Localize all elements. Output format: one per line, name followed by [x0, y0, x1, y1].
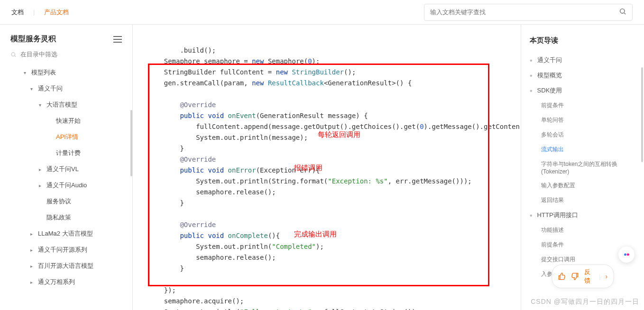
- toc-item[interactable]: •通义千问: [530, 53, 635, 68]
- nav-tree: ▾模型列表▾通义千问▾大语言模型快速开始API详情计量计费▸通义千问VL▸通义千…: [0, 64, 132, 310]
- content-area: .build(); Semaphore semaphore = new Sema…: [133, 25, 521, 310]
- svg-point-0: [620, 9, 625, 13]
- caret-icon: ▸: [30, 231, 34, 237]
- svg-point-4: [624, 254, 626, 256]
- assistant-floating-button[interactable]: [618, 246, 635, 263]
- feedback-divider: |: [599, 273, 600, 280]
- sidebar-item-label: 计量计费: [56, 149, 81, 157]
- svg-line-3: [15, 55, 16, 56]
- sidebar-item[interactable]: ▸百川开源大语言模型: [10, 258, 129, 274]
- sidebar-item[interactable]: 服务协议: [10, 193, 129, 210]
- feedback-label: 反馈: [584, 268, 594, 285]
- watermark: CSDN @写做四月一日的四月一日: [531, 298, 639, 306]
- toc-item[interactable]: 流式输出: [530, 142, 635, 157]
- annotation-label-2: 报错调用: [294, 162, 322, 173]
- svg-point-2: [11, 52, 15, 55]
- caret-icon: ▾: [24, 70, 28, 75]
- toc-item[interactable]: •模型概览: [530, 68, 635, 83]
- toc-item-label: 返回结果: [541, 196, 564, 204]
- topbar: 文档 | 产品文档: [0, 0, 644, 25]
- search-icon[interactable]: [619, 8, 626, 17]
- caret-icon: ▸: [30, 264, 34, 269]
- sidebar-item-label: 隐私政策: [46, 213, 71, 222]
- sidebar-item-label: 通义千问开源系列: [38, 246, 87, 254]
- sidebar: 模型服务灵积 ▾模型列表▾通义千问▾大语言模型快速开始API详情计量计费▸通义千…: [0, 25, 133, 310]
- nav-product-doc[interactable]: 产品文档: [44, 8, 69, 17]
- toc-item[interactable]: 功能描述: [530, 223, 635, 237]
- toc-item-label: 前提条件: [541, 101, 564, 109]
- sidebar-item[interactable]: 计量计费: [10, 145, 129, 161]
- toc-item-label: 流式输出: [541, 146, 564, 154]
- toc-title: 本页导读: [530, 36, 635, 45]
- caret-icon: ▸: [30, 247, 34, 253]
- svg-line-1: [624, 13, 626, 14]
- caret-icon: ▾: [30, 86, 34, 91]
- sidebar-item-label: 通义千问: [38, 84, 63, 93]
- bullet-icon: •: [530, 72, 533, 80]
- toc-item-label: 单轮问答: [541, 116, 564, 124]
- sidebar-item[interactable]: ▸通义千问开源系列: [10, 242, 129, 258]
- sidebar-item[interactable]: 隐私政策: [10, 210, 129, 226]
- thumbs-up-icon[interactable]: [558, 271, 566, 282]
- sidebar-item-label: 模型列表: [31, 68, 56, 77]
- sidebar-item[interactable]: ▸通义千问Audio: [10, 177, 129, 193]
- sidebar-scrollbar[interactable]: [130, 110, 132, 176]
- global-search[interactable]: [424, 4, 633, 21]
- sidebar-item-label: 通义千问Audio: [46, 181, 87, 190]
- sidebar-item[interactable]: ▾大语言模型: [10, 97, 129, 113]
- toc-item[interactable]: 输入参数配置: [530, 178, 635, 193]
- toc-item[interactable]: 多轮会话: [530, 128, 635, 142]
- toc-item-label: 多轮会话: [541, 131, 564, 139]
- sidebar-item[interactable]: ▾模型列表: [10, 64, 129, 81]
- toc-item[interactable]: 单轮问答: [530, 113, 635, 128]
- caret-icon: ▸: [39, 167, 43, 172]
- annotation-box: [148, 64, 489, 286]
- bullet-icon: •: [530, 57, 533, 64]
- toc-item-label: 模型概览: [537, 71, 562, 80]
- sidebar-item[interactable]: API详情: [10, 129, 129, 145]
- sidebar-item-label: API详情: [56, 133, 78, 141]
- sidebar-item-label: 快速开始: [56, 117, 81, 125]
- chevron-right-icon[interactable]: ›: [605, 273, 607, 280]
- toc-item[interactable]: 字符串与token之间的互相转换 (Tokenizer): [530, 157, 635, 178]
- bullet-icon: •: [530, 87, 533, 95]
- sidebar-item[interactable]: 快速开始: [10, 113, 129, 129]
- sidebar-item-label: 通义千问VL: [46, 165, 79, 173]
- sidebar-filter[interactable]: [0, 51, 132, 64]
- sidebar-title: 模型服务灵积: [10, 34, 56, 44]
- toc-item[interactable]: •SDK使用: [530, 83, 635, 98]
- sidebar-item[interactable]: ▸通义万相系列: [10, 274, 129, 290]
- toc-item-label: 功能描述: [541, 226, 564, 234]
- toc-item-label: 前提条件: [541, 241, 564, 249]
- annotation-label-1: 每轮返回调用: [318, 129, 360, 140]
- annotation-label-3: 完成输出调用: [294, 228, 337, 239]
- sidebar-item[interactable]: ▾通义千问: [10, 81, 129, 97]
- sidebar-item[interactable]: ▸LLaMa2 大语言模型: [10, 226, 129, 242]
- toc-scrollbar[interactable]: [641, 67, 643, 162]
- menu-toggle-icon[interactable]: [113, 36, 122, 43]
- sidebar-item[interactable]: ▸通义千问VL: [10, 161, 129, 177]
- nav-doc[interactable]: 文档: [11, 8, 24, 17]
- sidebar-item-label: 百川开源大语言模型: [38, 262, 93, 270]
- toc-item-label: HTTP调用接口: [537, 211, 578, 219]
- nav-divider: |: [33, 9, 35, 16]
- sidebar-item-label: 通义万相系列: [38, 278, 75, 286]
- toc-item-label: 通义千问: [537, 56, 562, 64]
- toc-item-label: 提交接口调用: [541, 255, 575, 264]
- toc-item[interactable]: 返回结果: [530, 193, 635, 208]
- sidebar-item-label: LLaMa2 大语言模型: [38, 229, 93, 238]
- toc-item[interactable]: •HTTP调用接口: [530, 208, 635, 223]
- toc-item-label: 输入参数配置: [541, 182, 575, 190]
- table-of-contents: 本页导读 •通义千问•模型概览•SDK使用前提条件单轮问答多轮会话流式输出字符串…: [521, 25, 644, 310]
- caret-icon: ▾: [39, 102, 43, 108]
- sidebar-item-label: 服务协议: [46, 197, 71, 206]
- toc-item-label: SDK使用: [537, 86, 562, 95]
- bullet-icon: •: [530, 212, 533, 219]
- caret-icon: ▸: [39, 183, 43, 188]
- toc-item[interactable]: 前提条件: [530, 98, 635, 113]
- svg-point-5: [627, 254, 629, 256]
- feedback-bar: 反馈 | ›: [552, 264, 614, 288]
- search-input[interactable]: [430, 9, 619, 16]
- thumbs-down-icon[interactable]: [571, 271, 580, 282]
- sidebar-filter-input[interactable]: [20, 51, 122, 58]
